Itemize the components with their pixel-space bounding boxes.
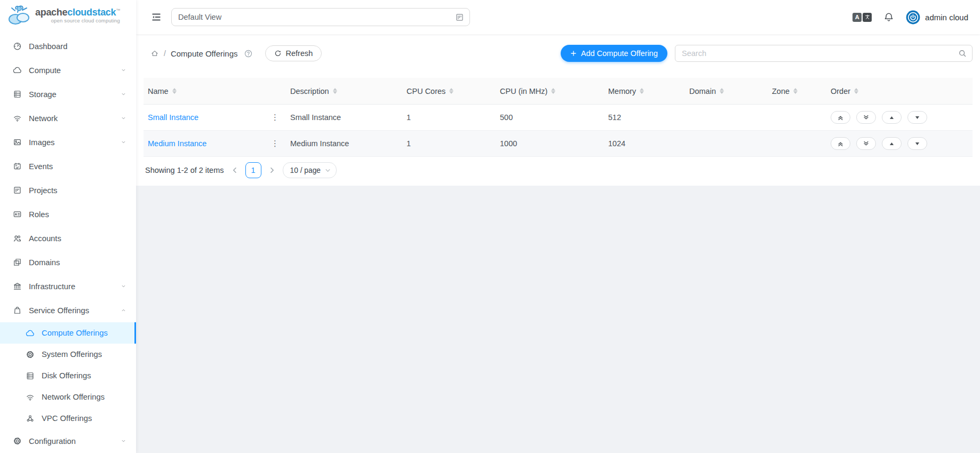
sidebar-item-network-offerings[interactable]: Network Offerings — [0, 386, 136, 408]
view-selector[interactable] — [171, 8, 470, 26]
offering-name-link[interactable]: Small Instance — [148, 113, 198, 122]
idcard-icon — [13, 210, 22, 219]
picture-icon — [13, 138, 22, 147]
sidebar-item-domains[interactable]: Domains — [0, 250, 136, 274]
page-size-select[interactable]: 10 / page — [283, 162, 337, 178]
sidebar-item-projects[interactable]: Projects — [0, 178, 136, 202]
refresh-button[interactable]: Refresh — [265, 45, 322, 61]
move-to-bottom-button[interactable] — [856, 137, 876, 150]
sidebar-item-compute[interactable]: Compute — [0, 58, 136, 82]
wifi-icon — [26, 393, 35, 402]
search-box[interactable] — [675, 45, 973, 62]
sidebar-item-roles[interactable]: Roles — [0, 202, 136, 226]
column-header-description[interactable]: Description — [286, 87, 402, 96]
plus-icon — [570, 50, 577, 57]
move-down-button[interactable] — [907, 111, 927, 124]
sidebar-item-compute-offerings[interactable]: Compute Offerings — [0, 322, 136, 344]
notification-bell-icon[interactable] — [883, 12, 894, 22]
memory-cell: 512 — [604, 113, 685, 122]
user-menu[interactable]: admin cloud — [906, 10, 968, 25]
translate-icon[interactable]: A — [852, 13, 872, 22]
next-page-icon[interactable] — [268, 166, 276, 174]
sorter-icon[interactable] — [172, 88, 177, 94]
breadcrumb-separator: / — [164, 49, 166, 58]
sidebar-item-infrastructure[interactable]: Infrastructure — [0, 274, 136, 298]
help-question-icon[interactable] — [244, 49, 253, 58]
column-header-order[interactable]: Order — [826, 87, 973, 96]
double-chevron-up-icon — [837, 114, 844, 121]
cpu-mhz-cell: 1000 — [496, 139, 604, 148]
menu-fold-icon[interactable] — [151, 12, 162, 22]
sidebar-item-system-offerings[interactable]: System Offerings — [0, 344, 136, 365]
cloudstack-logo[interactable]: apachecloudstack™ open source cloud comp… — [0, 0, 136, 31]
sorter-icon[interactable] — [793, 88, 798, 94]
project-view-icon[interactable] — [455, 13, 464, 22]
move-down-button[interactable] — [907, 137, 927, 150]
chevron-down-icon — [121, 283, 126, 289]
storage-icon — [13, 90, 22, 99]
sidebar-item-events[interactable]: Events — [0, 154, 136, 178]
sorter-icon[interactable] — [333, 88, 337, 94]
sidebar-item-dashboard[interactable]: Dashboard — [0, 34, 136, 58]
sidebar-item-vpc-offerings[interactable]: VPC Offerings — [0, 408, 136, 429]
sidebar-item-disk-offerings[interactable]: Disk Offerings — [0, 365, 136, 386]
double-chevron-down-icon — [863, 114, 870, 121]
column-header-cpu-mhz[interactable]: CPU (in MHz) — [496, 87, 604, 96]
sorter-icon[interactable] — [640, 88, 644, 94]
caret-up-icon — [888, 114, 895, 121]
move-up-button[interactable] — [882, 111, 902, 124]
search-icon[interactable] — [958, 49, 967, 58]
move-up-button[interactable] — [882, 137, 902, 150]
dashboard-icon — [13, 42, 22, 51]
project-icon — [13, 186, 22, 195]
sidebar-item-storage[interactable]: Storage — [0, 82, 136, 106]
column-header-memory[interactable]: Memory — [604, 87, 685, 96]
gear-icon — [13, 436, 22, 446]
previous-page-icon[interactable] — [231, 166, 238, 174]
add-compute-offering-button[interactable]: Add Compute Offering — [561, 45, 667, 62]
sidebar-item-images[interactable]: Images — [0, 130, 136, 154]
column-header-name[interactable]: Name — [144, 87, 269, 96]
gear-icon — [26, 350, 35, 359]
sidebar-item-accounts[interactable]: Accounts — [0, 226, 136, 250]
column-header-domain[interactable]: Domain — [685, 87, 768, 96]
move-to-top-button[interactable] — [831, 111, 850, 124]
cpu-cores-cell: 1 — [402, 139, 496, 148]
team-icon — [13, 234, 22, 243]
column-header-cpu-cores[interactable]: CPU Cores — [402, 87, 496, 96]
search-input[interactable] — [682, 49, 958, 58]
order-cell — [826, 137, 973, 150]
move-to-bottom-button[interactable] — [856, 111, 876, 124]
sorter-icon[interactable] — [854, 88, 858, 94]
chevron-down-icon — [121, 67, 126, 73]
move-to-top-button[interactable] — [831, 137, 850, 150]
offering-name-cell: Small Instance — [144, 113, 269, 122]
row-actions-button[interactable]: ⋮ — [269, 113, 286, 122]
chevron-down-icon — [325, 168, 331, 173]
chevron-down-icon — [121, 139, 126, 145]
offering-name-link[interactable]: Medium Instance — [148, 139, 206, 148]
view-selector-input[interactable] — [178, 13, 451, 21]
row-actions-button[interactable]: ⋮ — [269, 139, 286, 148]
caret-up-icon — [888, 140, 895, 147]
cloud-icon — [13, 66, 22, 75]
user-avatar — [906, 10, 920, 25]
sidebar-item-service-offerings[interactable]: Service Offerings — [0, 298, 136, 322]
content-card: / Compute Offerings Refresh Add Compute … — [136, 34, 980, 186]
sorter-icon[interactable] — [551, 88, 555, 94]
column-header-zone[interactable]: Zone — [768, 87, 826, 96]
sorter-icon[interactable] — [449, 88, 453, 94]
calendar-check-icon — [13, 162, 22, 171]
sidebar-item-network[interactable]: Network — [0, 106, 136, 130]
compute-offerings-table: Name Description CPU Cores CPU (in MHz) … — [144, 78, 973, 157]
table-row: Small Instance ⋮ Small Instance 1 500 51… — [144, 105, 973, 131]
shopping-bag-icon — [13, 306, 22, 315]
home-icon[interactable] — [150, 49, 159, 58]
sorter-icon[interactable] — [720, 88, 724, 94]
description-cell: Small Instance — [286, 113, 402, 122]
cloud-monkey-logo-icon — [7, 4, 32, 27]
sidebar-item-configuration[interactable]: Configuration — [0, 429, 136, 453]
logo-wordmark: apachecloudstack™ — [35, 7, 120, 17]
page-number-button[interactable]: 1 — [245, 162, 261, 178]
wifi-icon — [13, 114, 22, 123]
